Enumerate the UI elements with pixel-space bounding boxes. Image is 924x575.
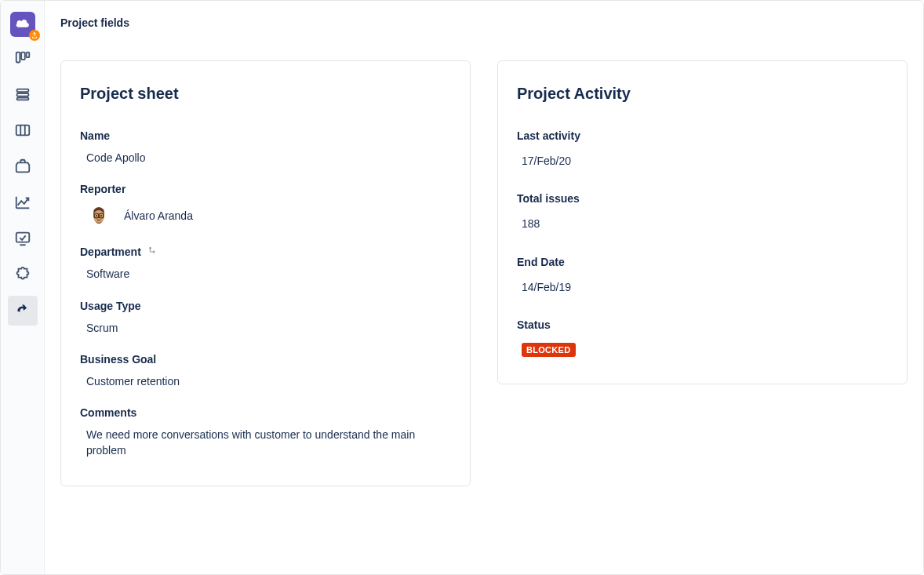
backlog-icon <box>14 86 31 103</box>
field-name-label: Name <box>80 129 451 142</box>
field-total-issues: Total issues 188 <box>517 192 888 231</box>
field-status: Status BLOCKED <box>517 318 888 357</box>
field-reporter-label: Reporter <box>80 183 451 195</box>
status-badge: BLOCKED <box>522 343 576 357</box>
sidebar-item-backlog[interactable] <box>8 79 38 109</box>
svg-rect-1 <box>21 53 25 60</box>
arrow-loop-icon <box>15 303 31 318</box>
field-business-goal-label: Business Goal <box>80 353 451 366</box>
board-icon <box>14 49 31 67</box>
project-sheet-card: Project sheet Name Code Apollo Reporter <box>60 60 471 486</box>
svg-rect-4 <box>16 93 28 96</box>
field-comments: Comments We need more conversations with… <box>80 406 451 459</box>
page-title: Project fields <box>60 16 908 29</box>
sidebar-item-board[interactable] <box>8 43 38 73</box>
field-reporter-value: Álvaro Aranda <box>124 209 193 222</box>
field-last-activity-label: Last activity <box>517 129 888 142</box>
cards-row: Project sheet Name Code Apollo Reporter <box>60 60 908 486</box>
field-business-goal-value: Customer retention <box>80 373 451 389</box>
field-end-date: End Date 14/Feb/19 <box>517 256 888 295</box>
svg-rect-0 <box>16 53 20 63</box>
sidebar-item-columns[interactable] <box>8 115 38 145</box>
svg-rect-9 <box>16 233 29 242</box>
project-activity-title: Project Activity <box>517 85 888 103</box>
project-sheet-title: Project sheet <box>80 85 451 103</box>
main-content: Project fields Project sheet Name Code A… <box>45 1 923 574</box>
sidebar-item-reports[interactable] <box>8 187 38 217</box>
field-name: Name Code Apollo <box>80 129 451 166</box>
project-activity-card: Project Activity Last activity 17/Feb/20… <box>497 60 908 384</box>
sidebar-item-package[interactable] <box>8 151 38 181</box>
field-department: Department Software <box>80 246 451 282</box>
app-frame: Project fields Project sheet Name Code A… <box>0 0 924 575</box>
monitor-check-icon <box>14 230 31 247</box>
sidebar-item-integration[interactable] <box>8 296 38 326</box>
svg-point-18 <box>153 251 155 253</box>
link-icon <box>147 246 158 257</box>
field-comments-value: We need more conversations with customer… <box>80 427 417 459</box>
field-department-value: Software <box>80 266 451 282</box>
field-reporter: Reporter <box>80 183 451 228</box>
columns-icon <box>14 122 31 139</box>
field-end-date-label: End Date <box>517 256 888 268</box>
field-department-label-text: Department <box>80 246 141 258</box>
field-total-issues-value: 188 <box>517 216 888 231</box>
sidebar <box>1 1 45 574</box>
svg-rect-2 <box>26 53 29 57</box>
puzzle-icon <box>14 266 31 283</box>
sidebar-item-monitor[interactable] <box>8 224 38 253</box>
toolbox-icon <box>14 158 31 175</box>
field-name-value: Code Apollo <box>80 150 451 166</box>
chart-line-icon <box>14 194 31 211</box>
field-comments-label: Comments <box>80 406 451 419</box>
field-business-goal: Business Goal Customer retention <box>80 353 451 389</box>
svg-point-16 <box>100 215 102 217</box>
svg-point-17 <box>149 248 151 249</box>
field-usage-type: Usage Type Scrum <box>80 300 451 336</box>
field-end-date-value: 14/Feb/19 <box>517 279 888 295</box>
svg-point-15 <box>96 215 97 217</box>
notification-badge-icon <box>29 30 40 41</box>
field-status-label: Status <box>517 318 888 331</box>
field-usage-type-label: Usage Type <box>80 300 451 312</box>
field-last-activity-value: 17/Feb/20 <box>517 153 888 169</box>
field-total-issues-label: Total issues <box>517 192 888 205</box>
sidebar-item-logo[interactable] <box>10 12 35 37</box>
sidebar-item-addon[interactable] <box>8 260 38 289</box>
svg-rect-6 <box>16 126 29 136</box>
svg-rect-3 <box>16 89 28 93</box>
field-department-label: Department <box>80 246 451 258</box>
svg-rect-5 <box>16 98 28 100</box>
avatar <box>86 203 111 228</box>
field-last-activity: Last activity 17/Feb/20 <box>517 129 888 169</box>
cloud-icon <box>14 16 31 33</box>
field-usage-type-value: Scrum <box>80 320 451 336</box>
